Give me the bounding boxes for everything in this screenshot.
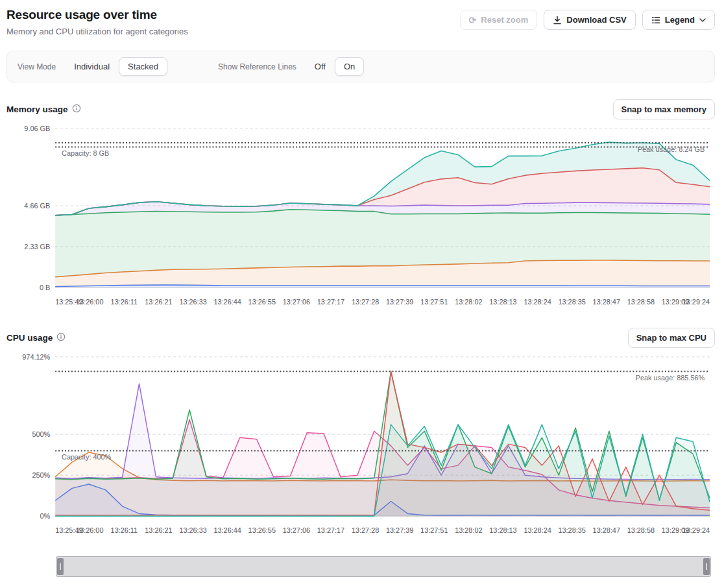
refresh-icon: ⟳	[469, 16, 477, 25]
memory-usage-chart[interactable]: 0 B2.33 GB4.66 GB9.06 GB13:25:4913:26:00…	[6, 121, 715, 311]
svg-text:13:28:47: 13:28:47	[593, 526, 620, 534]
svg-text:13:26:00: 13:26:00	[76, 298, 103, 306]
svg-text:13:28:02: 13:28:02	[455, 298, 482, 306]
svg-text:974.12%: 974.12%	[22, 353, 50, 361]
svg-text:13:27:17: 13:27:17	[317, 298, 344, 306]
svg-text:250%: 250%	[32, 471, 50, 479]
svg-text:13:29:24: 13:29:24	[682, 298, 710, 306]
svg-text:13:26:21: 13:26:21	[145, 298, 172, 306]
download-csv-label: Download CSV	[566, 15, 626, 25]
svg-text:Capacity: 8 GB: Capacity: 8 GB	[62, 149, 109, 157]
chevron-down-icon	[699, 18, 706, 22]
svg-text:4.66 GB: 4.66 GB	[24, 202, 50, 210]
header: Resource usage over time Memory and CPU …	[6, 8, 715, 36]
svg-text:0%: 0%	[40, 512, 51, 520]
svg-text:Capacity: 400%: Capacity: 400%	[62, 453, 111, 461]
cpu-title: CPU usage	[6, 333, 53, 343]
svg-text:13:26:21: 13:26:21	[145, 526, 172, 534]
svg-text:13:27:17: 13:27:17	[317, 526, 344, 534]
header-text: Resource usage over time Memory and CPU …	[6, 8, 188, 36]
memory-section-head: Memory usage Snap to max memory	[6, 99, 715, 119]
svg-text:13:26:00: 13:26:00	[76, 526, 103, 534]
reset-zoom-button[interactable]: ⟳ Reset zoom	[460, 10, 538, 30]
svg-text:13:27:51: 13:27:51	[420, 526, 448, 534]
svg-text:13:26:55: 13:26:55	[248, 298, 276, 306]
svg-text:500%: 500%	[32, 430, 50, 438]
svg-text:13:26:33: 13:26:33	[179, 526, 206, 534]
svg-text:13:26:55: 13:26:55	[248, 526, 276, 534]
reference-lines-on[interactable]: On	[335, 57, 364, 76]
svg-text:9.06 GB: 9.06 GB	[24, 125, 50, 132]
page-subtitle: Memory and CPU utilization for agent cat…	[6, 27, 188, 36]
svg-text:13:28:58: 13:28:58	[627, 298, 655, 306]
brush-handle-left[interactable]	[57, 558, 64, 575]
svg-text:13:27:28: 13:27:28	[352, 526, 379, 534]
svg-text:13:28:35: 13:28:35	[559, 526, 586, 534]
svg-text:13:28:24: 13:28:24	[524, 526, 551, 534]
svg-text:13:27:06: 13:27:06	[283, 526, 310, 534]
brush-handle-right[interactable]	[703, 558, 710, 575]
cpu-usage-chart[interactable]: 0%250%500%974.12%13:25:4913:26:0013:26:1…	[6, 349, 715, 539]
svg-text:13:28:35: 13:28:35	[559, 298, 586, 306]
download-icon	[553, 16, 562, 25]
legend-list-icon	[651, 16, 660, 25]
header-actions: ⟳ Reset zoom Download CSV Legend	[460, 8, 715, 30]
svg-text:0 B: 0 B	[40, 284, 50, 291]
svg-text:13:27:28: 13:27:28	[352, 298, 379, 306]
info-icon[interactable]	[56, 332, 66, 343]
download-csv-button[interactable]: Download CSV	[544, 10, 635, 30]
svg-text:13:27:39: 13:27:39	[386, 298, 413, 306]
time-brush-row	[56, 556, 711, 577]
memory-section-title: Memory usage	[6, 104, 81, 115]
legend-label: Legend	[665, 15, 695, 25]
svg-text:Peak usage: 885.56%: Peak usage: 885.56%	[636, 374, 705, 382]
svg-text:13:26:11: 13:26:11	[111, 298, 138, 306]
svg-text:13:26:33: 13:26:33	[179, 298, 206, 306]
reset-zoom-label: Reset zoom	[481, 15, 528, 25]
cpu-section-title: CPU usage	[6, 332, 66, 343]
svg-text:2.33 GB: 2.33 GB	[24, 243, 50, 251]
snap-to-max-cpu-button[interactable]: Snap to max CPU	[628, 328, 715, 348]
svg-text:13:28:13: 13:28:13	[489, 298, 516, 306]
snap-to-max-memory-button[interactable]: Snap to max memory	[613, 99, 716, 119]
svg-text:13:28:24: 13:28:24	[524, 298, 551, 306]
svg-text:13:29:24: 13:29:24	[682, 526, 710, 534]
svg-text:13:26:44: 13:26:44	[214, 526, 241, 534]
svg-text:13:26:11: 13:26:11	[111, 526, 138, 534]
memory-title: Memory usage	[6, 104, 68, 114]
svg-text:13:27:06: 13:27:06	[283, 298, 310, 306]
view-controls-bar: View Mode Individual Stacked Show Refere…	[6, 51, 715, 82]
svg-text:13:28:58: 13:28:58	[627, 526, 655, 534]
reference-lines-group: Show Reference Lines Off On	[218, 57, 364, 76]
legend-button[interactable]: Legend	[642, 10, 715, 30]
page-title: Resource usage over time	[6, 8, 188, 22]
view-mode-label: View Mode	[18, 62, 56, 71]
show-reference-lines-label: Show Reference Lines	[218, 62, 296, 71]
page: Resource usage over time Memory and CPU …	[0, 0, 724, 588]
cpu-section-head: CPU usage Snap to max CPU	[6, 328, 715, 348]
time-brush[interactable]	[56, 556, 711, 577]
svg-text:13:26:44: 13:26:44	[214, 298, 241, 306]
view-mode-stacked[interactable]: Stacked	[119, 57, 167, 76]
svg-text:13:28:47: 13:28:47	[593, 298, 620, 306]
view-mode-individual[interactable]: Individual	[65, 57, 119, 76]
svg-text:13:27:39: 13:27:39	[386, 526, 413, 534]
svg-text:Peak usage: 8.24 GB: Peak usage: 8.24 GB	[638, 145, 705, 153]
svg-text:13:28:13: 13:28:13	[489, 526, 516, 534]
reference-lines-off[interactable]: Off	[306, 57, 335, 76]
info-icon[interactable]	[72, 104, 81, 115]
svg-text:13:27:51: 13:27:51	[420, 298, 448, 306]
svg-text:13:28:02: 13:28:02	[455, 526, 482, 534]
